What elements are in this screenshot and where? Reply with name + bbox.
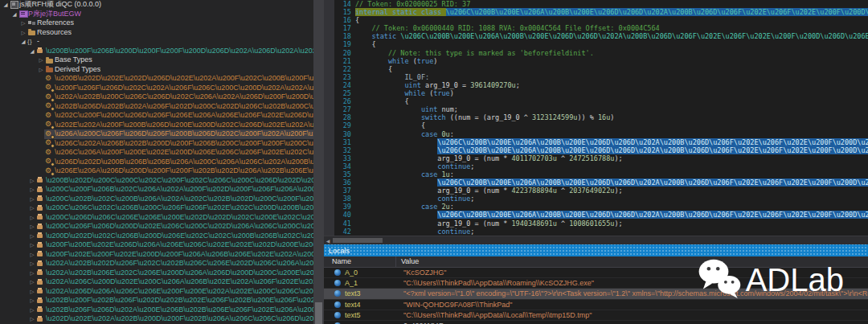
- tree-item-class-3[interactable]: ▷\u200C\u202B\u202C\u200B\u206A\u202A\u2…: [0, 195, 313, 204]
- code-text[interactable]: {: [355, 121, 868, 129]
- breakpoint-margin[interactable]: [324, 154, 334, 162]
- assembly-explorer[interactable]: ◢js顽RFH顽 diQC (0.0.0.0)◢P席je洋ButEGW▷Refe…: [0, 0, 313, 324]
- local-variable-row[interactable]: num0x4221184F: [324, 321, 868, 324]
- breakpoint-margin[interactable]: [324, 97, 334, 105]
- expand-arrow-icon[interactable]: ▷: [28, 296, 36, 306]
- code-text[interactable]: continue;: [355, 195, 868, 203]
- code-text[interactable]: arg_19_0 = (num * 1940348691u ^ 10086016…: [355, 219, 868, 228]
- code-text[interactable]: continue;: [355, 228, 868, 236]
- code-text[interactable]: // Note: this type is marked as 'beforef…: [355, 49, 868, 57]
- code-text[interactable]: arg_19_0 = (num * 4223788894u ^ 20376490…: [355, 187, 868, 195]
- code-text[interactable]: continue;: [355, 162, 868, 170]
- breakpoint-margin[interactable]: [324, 187, 334, 195]
- expand-arrow-icon[interactable]: ▷: [28, 287, 36, 297]
- tree-item-method-3[interactable]: \u202A\u202B\u200C\u206C\u206D\u202C\u20…: [0, 92, 313, 102]
- code-text[interactable]: uint num;: [355, 105, 868, 113]
- tree-item-method-4[interactable]: \u202B\u206D\u202B\u202A\u206F\u202D\u20…: [0, 102, 313, 112]
- code-text[interactable]: \u206C\u200B\u200E\u206A\u200B\u200E\u20…: [355, 178, 868, 187]
- code-text[interactable]: case 1u:: [355, 170, 868, 178]
- code-text[interactable]: \u206C\u200B\u200E\u206A\u200B\u200E\u20…: [355, 211, 868, 219]
- tree-item-class-8[interactable]: ▷\u200F\u200E\u202E\u206D\u206A\u206E\u2…: [0, 240, 313, 250]
- tree-item-class-11[interactable]: ▷\u202A\u202B\u206E\u202C\u206E\u200D\u2…: [0, 269, 313, 278]
- hscroll-thumb[interactable]: [333, 238, 383, 243]
- tree-item-method-9[interactable]: \u206C\u206A\u200F\u200E\u202E\u200D\u20…: [0, 148, 313, 158]
- expand-arrow-icon[interactable]: ▷: [28, 213, 36, 223]
- code-text[interactable]: arg_19_0 = (num * 4011702703u ^ 24725167…: [355, 154, 868, 162]
- tree-item-method-7[interactable]: \u206A\u200C\u206F\u206D\u206F\u200B\u20…: [0, 129, 313, 139]
- tree-item-method-11[interactable]: \u206E\u206A\u206D\u200D\u200F\u200F\u20…: [0, 166, 313, 176]
- breakpoint-margin[interactable]: [324, 228, 334, 236]
- code-text[interactable]: {: [355, 97, 868, 105]
- tree-item-assembly-root[interactable]: ◢js顽RFH顽 diQC (0.0.0.0): [0, 0, 313, 10]
- tree-item-resources[interactable]: ▷Resources: [0, 28, 313, 38]
- expand-arrow-icon[interactable]: ▷: [28, 250, 36, 260]
- tree-item-class-10[interactable]: ▷\u202A\u202B\u202D\u206F\u202C\u202B\u2…: [0, 259, 313, 269]
- tree-item-method-5[interactable]: \u202C\u200F\u200C\u206D\u206F\u206E\u20…: [0, 111, 313, 121]
- breakpoint-margin[interactable]: [324, 170, 334, 178]
- breakpoint-margin[interactable]: [324, 89, 334, 97]
- tree-item-class-4[interactable]: ▷\u200C\u206C\u202C\u206B\u200C\u206F\u2…: [0, 203, 313, 213]
- code-text[interactable]: // Token: 0x02000025 RID: 37: [355, 0, 868, 8]
- tree-scrollbar[interactable]: [313, 0, 324, 324]
- code-text[interactable]: IL_0F:: [355, 73, 868, 81]
- tree-item-class-16[interactable]: ▷\u202D\u202E\u202A\u202B\u200D\u200F\u2…: [0, 314, 313, 324]
- tree-item-derived-types[interactable]: ▷Derived Types: [0, 65, 313, 75]
- tree-item-class-6[interactable]: ▷\u200C\u206F\u206D\u200D\u202E\u206C\u2…: [0, 222, 313, 232]
- collapse-arrow-icon[interactable]: ◢: [19, 37, 27, 47]
- code-text[interactable]: case 0u:: [355, 130, 868, 138]
- tree-item-method-2[interactable]: \u200F\u206F\u206D\u202C\u202A\u206F\u20…: [0, 84, 313, 93]
- breakpoint-margin[interactable]: [324, 57, 334, 65]
- tree-item-method-8[interactable]: \u206C\u202A\u206B\u202B\u200D\u200F\u20…: [0, 139, 313, 149]
- tree-item-module[interactable]: ◢P席je洋ButEGW: [0, 10, 313, 19]
- tree-item-method-1[interactable]: \u200B\u202D\u202E\u202D\u206D\u202E\u20…: [0, 74, 313, 84]
- breakpoint-margin[interactable]: [324, 130, 334, 138]
- code-text[interactable]: while (true): [355, 57, 868, 65]
- code-text[interactable]: static \u206C\u200B\u200E\u206A\u200B\u2…: [355, 32, 868, 40]
- breakpoint-margin[interactable]: [324, 121, 334, 129]
- breakpoint-margin[interactable]: [324, 81, 334, 89]
- expand-arrow-icon[interactable]: ▷: [28, 185, 36, 195]
- breakpoint-margin[interactable]: [324, 219, 334, 228]
- code-text[interactable]: // Token: 0x06000440 RID: 1088 RVA: 0x00…: [355, 24, 868, 32]
- breakpoint-margin[interactable]: [324, 49, 334, 57]
- code-editor[interactable]: 14// Token: 0x02000025 RID: 3715internal…: [324, 0, 868, 236]
- breakpoint-margin[interactable]: [324, 0, 334, 8]
- tree-item-class-12[interactable]: ▷\u202A\u206C\u200D\u202E\u200C\u206A\u2…: [0, 277, 313, 287]
- expand-arrow-icon[interactable]: ▷: [19, 18, 27, 28]
- expand-arrow-icon[interactable]: ▷: [37, 55, 45, 65]
- expand-arrow-icon[interactable]: ▷: [28, 222, 36, 232]
- expand-arrow-icon[interactable]: ▷: [28, 203, 36, 213]
- breakpoint-margin[interactable]: [324, 65, 334, 73]
- expand-arrow-icon[interactable]: ▷: [28, 176, 36, 186]
- tree-item-class-15[interactable]: ▷\u202B\u206F\u206D\u202A\u200E\u206B\u2…: [0, 306, 313, 315]
- collapse-arrow-icon[interactable]: ◢: [10, 10, 18, 19]
- expand-arrow-icon[interactable]: ▷: [19, 28, 27, 38]
- breakpoint-margin[interactable]: [324, 162, 334, 170]
- breakpoint-margin[interactable]: [324, 32, 334, 40]
- breakpoint-margin[interactable]: [324, 203, 334, 211]
- tree-item-class-2[interactable]: ▷\u200C\u200F\u206B\u202C\u206A\u202A\u2…: [0, 185, 313, 195]
- code-text[interactable]: {: [355, 40, 868, 48]
- breakpoint-margin[interactable]: [324, 73, 334, 81]
- code-hscrollbar[interactable]: ◀: [324, 236, 868, 244]
- tree-item-class-14[interactable]: ▷\u202B\u200F\u202B\u206F\u202D\u202B\u2…: [0, 296, 313, 306]
- code-text[interactable]: while (true): [355, 89, 868, 97]
- tree-scrollbar-thumb[interactable]: [315, 302, 322, 324]
- breakpoint-margin[interactable]: [324, 24, 334, 32]
- expand-arrow-icon[interactable]: ▷: [28, 240, 36, 250]
- expand-arrow-icon[interactable]: ▷: [28, 306, 36, 315]
- expand-arrow-icon[interactable]: ▷: [28, 314, 36, 324]
- expand-arrow-icon[interactable]: ▷: [28, 195, 36, 204]
- tree-item-class-7[interactable]: ▷\u200D\u202D\u202C\u206B\u200D\u206E\u2…: [0, 232, 313, 241]
- breakpoint-margin[interactable]: [324, 211, 334, 219]
- tree-item-class-main[interactable]: ◢\u200B\u200F\u206B\u200D\u200F\u200F\u2…: [0, 47, 313, 56]
- code-text[interactable]: {: [355, 65, 868, 73]
- breakpoint-margin[interactable]: [324, 113, 334, 121]
- code-text[interactable]: internal static class \u206C\u200B\u200E…: [355, 8, 868, 16]
- collapse-arrow-icon[interactable]: ◢: [2, 0, 10, 10]
- code-text[interactable]: case 2u:: [355, 203, 868, 211]
- expand-arrow-icon[interactable]: ▷: [28, 259, 36, 269]
- breakpoint-margin[interactable]: [324, 8, 334, 16]
- code-text[interactable]: {: [355, 16, 868, 24]
- tree-item-base-types[interactable]: ▷Base Types: [0, 55, 313, 65]
